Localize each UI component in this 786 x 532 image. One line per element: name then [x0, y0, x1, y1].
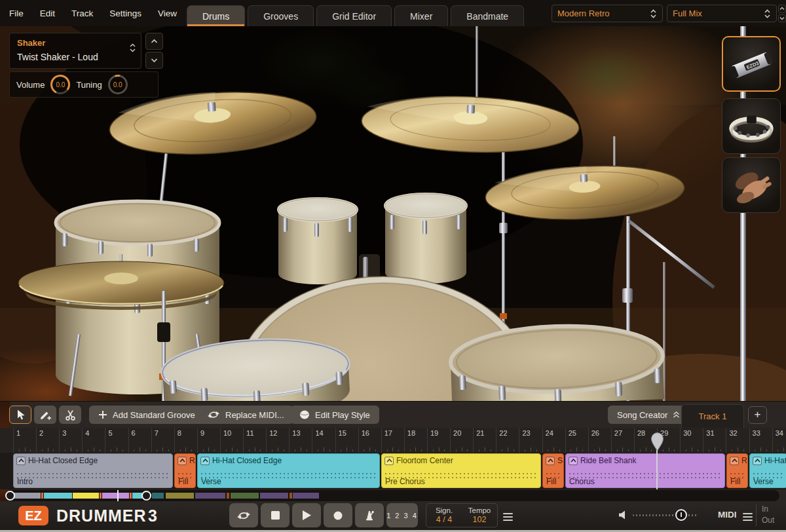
- tab-mixer[interactable]: Mixer: [394, 5, 448, 26]
- minimap-segment[interactable]: [231, 493, 259, 499]
- play-button[interactable]: [292, 503, 321, 527]
- beat-tick: [709, 449, 709, 451]
- metronome-button[interactable]: [355, 503, 384, 527]
- replace-midi-button[interactable]: Replace MIDI...: [198, 406, 293, 424]
- chevron-up-icon[interactable]: [546, 457, 555, 465]
- tab-bandmate[interactable]: Bandmate: [451, 5, 524, 26]
- logo-number: 3: [148, 506, 157, 525]
- beat-tick: [100, 449, 100, 451]
- chevron-up-icon[interactable]: [384, 457, 394, 465]
- signature-tempo-panel[interactable]: Sign. 4 / 4 Tempo 102: [426, 503, 498, 527]
- chevron-up-icon[interactable]: [730, 457, 739, 465]
- bar-gridline: [243, 428, 244, 453]
- groove-block[interactable]: Hi-Hat Closed EdgeVerse: [197, 453, 380, 488]
- instrument-selector[interactable]: Shaker Twist Shaker - Loud: [9, 33, 141, 69]
- minimap-segment[interactable]: [227, 493, 229, 499]
- beat-tick: [48, 447, 48, 451]
- groove-block[interactable]: Hi-Hat Closed EdgeVerse: [749, 453, 786, 488]
- chevron-up-icon[interactable]: [569, 457, 578, 465]
- sound-library-select[interactable]: Modern Retro: [552, 5, 663, 22]
- stack-thumbnail-tambourine[interactable]: [722, 98, 781, 154]
- master-volume-slider[interactable]: [633, 514, 697, 516]
- stack-thumbnail-shaker[interactable]: EZD3: [722, 36, 781, 92]
- minimap-segment[interactable]: [152, 493, 164, 499]
- menu-file[interactable]: File: [9, 9, 24, 18]
- draw-tool-button[interactable]: [34, 406, 56, 424]
- tab-drums[interactable]: Drums: [187, 5, 245, 26]
- minimap-segment[interactable]: [41, 493, 43, 499]
- minimap-segment[interactable]: [102, 493, 129, 499]
- track-lane[interactable]: Hi-Hat Closed EdgeIntroRFillHi-Hat Close…: [0, 453, 786, 489]
- groove-block[interactable]: RFill: [726, 453, 748, 488]
- minimap-segment[interactable]: [293, 493, 319, 499]
- volume-knob[interactable]: 0.0: [49, 73, 71, 96]
- instrument-prev-button[interactable]: [145, 33, 163, 50]
- minimap-segment[interactable]: [166, 493, 194, 499]
- stack-thumbnail-hand-claps[interactable]: [722, 157, 781, 213]
- chevron-up-icon[interactable]: [753, 457, 762, 465]
- cursor-icon: [15, 409, 26, 421]
- beat-tick: [479, 449, 479, 451]
- track-tab[interactable]: Track 1: [681, 404, 744, 428]
- groove-block[interactable]: Floortom CenterPre Chorus: [381, 453, 541, 488]
- groove-block[interactable]: SFill: [542, 453, 564, 488]
- edit-play-style-button[interactable]: Edit Play Style: [290, 406, 379, 424]
- chevron-up-icon[interactable]: [16, 457, 26, 465]
- song-creator-button[interactable]: Song Creator: [608, 406, 689, 424]
- minimap-segment[interactable]: [132, 493, 142, 499]
- loop-button[interactable]: [229, 503, 258, 527]
- minimap-left-handle[interactable]: [5, 491, 15, 501]
- bar-number: 4: [85, 429, 89, 437]
- minimap-segment[interactable]: [195, 493, 225, 499]
- bar-number: 20: [453, 429, 461, 437]
- instrument-articulation: Twist Shaker - Loud: [17, 52, 98, 62]
- groove-block-header: Hi-Hat Closed Edge: [16, 456, 172, 465]
- minimap-segment[interactable]: [44, 493, 72, 499]
- tab-grid-editor[interactable]: Grid Editor: [316, 5, 392, 26]
- midi-label: MIDI: [718, 510, 737, 520]
- timeline-ruler[interactable]: 1234567891011121314151617181920212223242…: [0, 428, 786, 453]
- speaker-icon[interactable]: [618, 510, 628, 522]
- bar-gridline: [450, 428, 451, 453]
- cut-tool-button[interactable]: [59, 406, 81, 424]
- add-standard-groove-button[interactable]: Add Standard Groove: [89, 406, 204, 424]
- minimap-segment[interactable]: [73, 493, 99, 499]
- minimap-segment[interactable]: [13, 493, 41, 499]
- bar-number: 32: [729, 429, 737, 437]
- preset-step-down-button[interactable]: [778, 14, 786, 23]
- minimap-segment[interactable]: [260, 493, 288, 499]
- playhead-marker[interactable]: [650, 432, 664, 451]
- tab-grooves[interactable]: Grooves: [248, 5, 314, 26]
- rack-tom-2[interactable]: [385, 194, 466, 284]
- midi-menu-icon[interactable]: [743, 511, 753, 523]
- select-tool-button[interactable]: [9, 406, 31, 424]
- stop-button[interactable]: [261, 503, 290, 527]
- groove-block[interactable]: RFill: [174, 453, 196, 488]
- minimap-segment[interactable]: [130, 493, 132, 499]
- chevron-up-icon[interactable]: [178, 457, 187, 465]
- song-overview-minimap[interactable]: [5, 490, 779, 501]
- tuning-knob[interactable]: 0.0: [107, 73, 129, 96]
- minimap-segment[interactable]: [100, 493, 102, 499]
- groove-block[interactable]: Hi-Hat Closed EdgeIntro: [13, 453, 173, 488]
- instrument-next-button[interactable]: [145, 52, 163, 69]
- menu-track[interactable]: Track: [71, 9, 93, 18]
- minimap-right-handle[interactable]: [141, 491, 151, 501]
- groove-block[interactable]: Ride Bell ShankChorus: [565, 453, 725, 488]
- add-track-button[interactable]: +: [748, 406, 767, 424]
- updown-chevron-icon: [764, 9, 771, 19]
- master-volume-knob[interactable]: [675, 509, 687, 521]
- rack-tom-1[interactable]: [278, 199, 357, 284]
- preset-step-up-button[interactable]: [778, 5, 786, 13]
- mix-preset-select[interactable]: Full Mix: [667, 5, 777, 22]
- minimap-segment[interactable]: [290, 493, 292, 499]
- menu-view[interactable]: View: [158, 9, 177, 18]
- menu-edit[interactable]: Edit: [40, 9, 55, 18]
- tempo-menu-icon[interactable]: [503, 511, 513, 523]
- record-button[interactable]: [324, 503, 352, 527]
- count-in-button[interactable]: 1 2 3 4: [386, 503, 418, 527]
- drum-kit-view[interactable]: Shaker Twist Shaker - Loud Volume 0.0: [0, 26, 786, 401]
- menu-settings[interactable]: Settings: [109, 9, 141, 18]
- chevron-up-icon[interactable]: [200, 457, 210, 465]
- bottom-bar: EZ DRUMMER 3 1 2: [0, 501, 786, 530]
